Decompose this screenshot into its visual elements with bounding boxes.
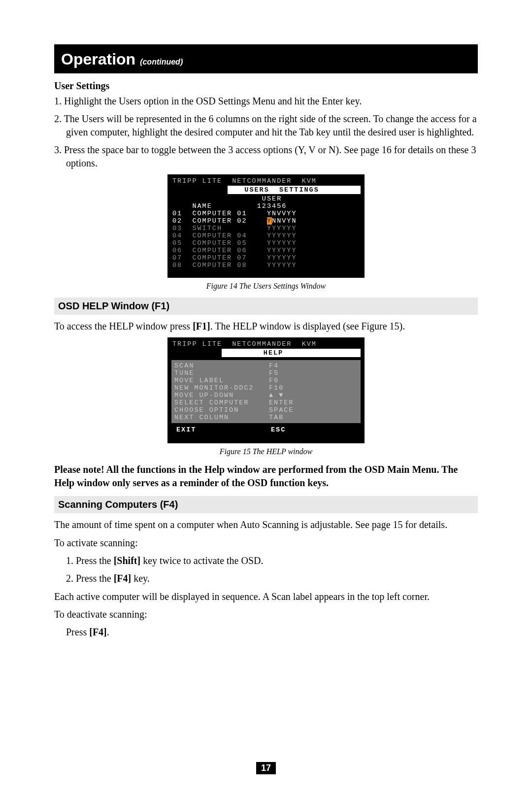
osd-row: 04 COMPUTER 04 YYYYYY xyxy=(167,232,365,239)
osd-row: 01 COMPUTER 01 YNVVYY xyxy=(167,210,365,217)
osd-help-row: SELECT COMPUTER ENTER xyxy=(174,399,358,406)
activate-label: To activate scanning: xyxy=(54,536,478,549)
osd-banner: USERS SETTINGS xyxy=(228,186,361,194)
osd-help-row: SCAN F4 xyxy=(174,362,358,369)
osd-row: 08 COMPUTER 08 YYYYYY xyxy=(167,262,365,269)
osd-help-row: MOVE LABEL F6 xyxy=(174,377,358,384)
osd-row: 07 COMPUTER 07 YYYYYY xyxy=(167,254,365,262)
osd-banner: HELP xyxy=(222,349,361,357)
section-title: Operation xyxy=(61,50,135,68)
osd-row: 03 SWITCH YYYYYY xyxy=(167,225,365,232)
help-note: Please note! All the functions in the He… xyxy=(54,463,478,489)
list-item: Highlight the Users option in the OSD Se… xyxy=(54,95,478,107)
figure-15-osd: TRIPP LITE NETCOMMANDER KVM HELP SCAN F4… xyxy=(167,337,365,443)
osd-help-row: MOVE UP-DOWN ▲ ▼ xyxy=(174,392,358,399)
page-number-wrap: 17 xyxy=(0,762,532,774)
section-continued: (continued) xyxy=(140,58,183,66)
osd-exit-row: EXIT ESC xyxy=(167,426,365,433)
osd-title-line: TRIPP LITE NETCOMMANDER KVM xyxy=(167,176,365,186)
activate-step-1: 1. Press the [Shift] key twice to activa… xyxy=(54,554,478,567)
figure-14-osd: TRIPP LITE NETCOMMANDER KVM USERS SETTIN… xyxy=(167,174,365,278)
figure-14-caption: Figure 14 The Users Settings Window xyxy=(54,282,478,291)
figure-15-caption: Figure 15 The HELP window xyxy=(54,447,478,456)
deactivate-step: Press [F4]. xyxy=(54,626,478,638)
osd-row: 06 COMPUTER 06 YYYYYY xyxy=(167,247,365,254)
list-item: The Users will be represented in the 6 c… xyxy=(54,112,478,138)
section-header: Operation (continued) xyxy=(54,44,478,73)
scanning-heading: Scanning Computers (F4) xyxy=(54,496,478,513)
user-settings-heading: User Settings xyxy=(54,80,478,92)
osd-title-line: TRIPP LITE NETCOMMANDER KVM xyxy=(167,339,365,349)
osd-row: 05 COMPUTER 05 YYYYYY xyxy=(167,239,365,247)
osd-help-row: CHOOSE OPTION SPACE xyxy=(174,406,358,414)
osd-columns-row: 00 NAMEXXXXXXX 123456 xyxy=(167,202,365,210)
user-settings-steps: Highlight the Users option in the OSD Se… xyxy=(54,95,478,169)
osd-help-intro: To access the HELP window press [F1]. Th… xyxy=(54,320,478,332)
osd-help-row: NEW MONITOR-DDC2 F10 xyxy=(174,384,358,392)
osd-help-row: TUNE F5 xyxy=(174,369,358,377)
scanning-each: Each active computer will be displayed i… xyxy=(54,590,478,603)
activate-step-2: 2. Press the [F4] key. xyxy=(54,572,478,585)
list-item: Press the space bar to toggle between th… xyxy=(54,143,478,169)
osd-help-row: NEXT COLUMN TAB xyxy=(174,414,358,421)
deactivate-label: To deactivate scanning: xyxy=(54,608,478,621)
page-number: 17 xyxy=(256,762,276,774)
osd-row: 02 COMPUTER 02 YNNVYN xyxy=(167,217,365,225)
scanning-intro: The amount of time spent on a computer w… xyxy=(54,518,478,531)
osd-user-label-row: 00 NAMEXXXXXXX USER xyxy=(167,195,365,202)
osd-help-heading: OSD HELP Window (F1) xyxy=(54,298,478,315)
